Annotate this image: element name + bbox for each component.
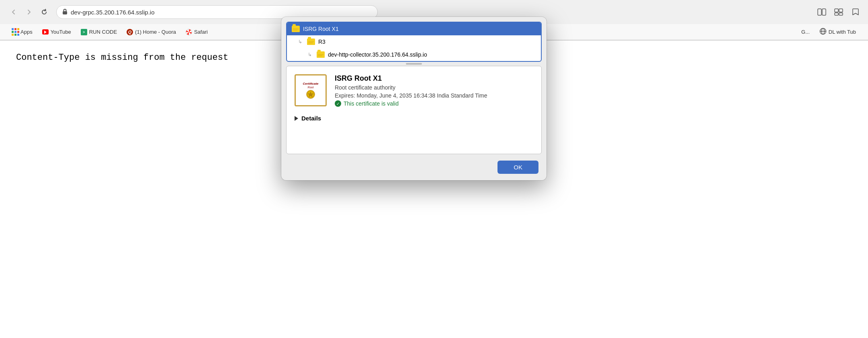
cert-dialog-footer: OK <box>281 154 547 180</box>
cert-large-icon: Certificate Root <box>295 74 327 106</box>
bookmark-dl-label: DL with Tub <box>829 29 856 35</box>
svg-rect-1 <box>818 9 821 15</box>
svg-rect-0 <box>63 11 67 14</box>
back-button[interactable] <box>8 6 19 18</box>
forward-button[interactable] <box>23 6 35 18</box>
browser-actions <box>817 8 860 16</box>
apps-grid-icon <box>12 29 18 35</box>
reload-button[interactable] <box>39 6 50 18</box>
globe-icon <box>819 28 827 36</box>
cert-valid-text: This certificate is valid <box>344 100 399 107</box>
svg-rect-3 <box>835 9 838 12</box>
cert-folder-icon-root <box>292 26 300 32</box>
safari-icon <box>186 29 192 35</box>
cert-expires: Expires: Monday, June 4, 2035 16:34:38 I… <box>335 92 487 99</box>
url-text: dev-grpc.35.200.176.64.sslip.io <box>71 9 154 16</box>
bookmark-apps-label: Apps <box>20 29 33 35</box>
tab-overview-button[interactable] <box>834 8 843 16</box>
svg-rect-19 <box>317 52 320 54</box>
bookmark-run-code[interactable]: > RUN CODE <box>77 27 121 37</box>
svg-marker-22 <box>308 92 313 97</box>
cert-name: ISRG Root X1 <box>335 74 487 83</box>
nav-buttons <box>8 6 50 18</box>
bookmark-quora-label: (1) Home - Quora <box>135 29 176 35</box>
bookmark-g-label: G... <box>801 29 810 35</box>
cert-tree-leaf[interactable]: ↳ dev-http-collector.35.200.176.64.sslip… <box>287 48 541 61</box>
bookmark-apps[interactable]: Apps <box>8 27 37 37</box>
resize-handle <box>406 63 422 65</box>
cert-folder-icon-leaf <box>317 51 325 58</box>
details-label: Details <box>301 115 321 122</box>
cert-details-info: ISRG Root X1 Root certificate authority … <box>335 74 487 107</box>
youtube-icon <box>42 29 49 35</box>
cert-icon-seal <box>306 90 315 99</box>
cert-description: Root certificate authority <box>335 84 487 91</box>
cert-tree-r3-arrow: ↳ <box>298 39 302 45</box>
cert-details-panel: Certificate Root ISRG Root X1 Root certi… <box>286 66 542 154</box>
lock-icon <box>62 8 68 16</box>
bookmark-button[interactable] <box>851 8 860 16</box>
cert-valid: ✓ This certificate is valid <box>335 100 487 107</box>
bookmark-quora[interactable]: Q (1) Home - Quora <box>123 27 180 37</box>
svg-rect-15 <box>307 39 310 41</box>
run-code-icon: > <box>81 29 87 35</box>
bookmark-safari-label: Safari <box>194 29 208 35</box>
valid-check-icon: ✓ <box>335 100 341 107</box>
cert-icon-title-text: Certificate <box>303 82 318 86</box>
split-view-button[interactable] <box>817 8 826 16</box>
cert-tree-leaf-label: dev-http-collector.35.200.176.64.sslip.i… <box>328 51 427 58</box>
svg-rect-4 <box>839 9 843 12</box>
svg-rect-5 <box>835 13 838 15</box>
svg-rect-6 <box>839 13 843 15</box>
bookmark-run-code-label: RUN CODE <box>89 29 117 35</box>
cert-details-section[interactable]: Details <box>295 113 533 123</box>
bookmark-youtube-label: YouTube <box>51 29 71 35</box>
cert-details-content: Certificate Root ISRG Root X1 Root certi… <box>295 74 533 107</box>
details-triangle-icon <box>295 116 298 121</box>
cert-dialog[interactable]: ISRG Root X1 ↳ R3 ↳ <box>281 17 547 180</box>
cert-tree-panel: ISRG Root X1 ↳ R3 ↳ <box>286 22 542 62</box>
bookmark-youtube[interactable]: YouTube <box>38 27 75 37</box>
cert-tree-root[interactable]: ISRG Root X1 <box>287 22 541 35</box>
quora-icon: Q <box>127 29 133 35</box>
ok-button[interactable]: OK <box>497 161 538 174</box>
cert-tree-leaf-arrow: ↳ <box>308 52 312 57</box>
bookmark-safari[interactable]: Safari <box>182 27 212 37</box>
svg-rect-11 <box>292 26 295 28</box>
cert-divider[interactable] <box>281 62 547 66</box>
cert-icon-subtitle-text: Root <box>308 86 314 89</box>
svg-rect-2 <box>822 9 826 15</box>
cert-tree-root-label: ISRG Root X1 <box>303 26 339 32</box>
bookmark-g[interactable]: G... <box>797 27 814 37</box>
cert-tree-r3-label: R3 <box>318 39 326 45</box>
cert-folder-icon-r3 <box>307 39 315 45</box>
cert-tree-r3[interactable]: ↳ R3 <box>287 35 541 48</box>
bookmark-globe-icon[interactable]: DL with Tub <box>815 26 860 38</box>
